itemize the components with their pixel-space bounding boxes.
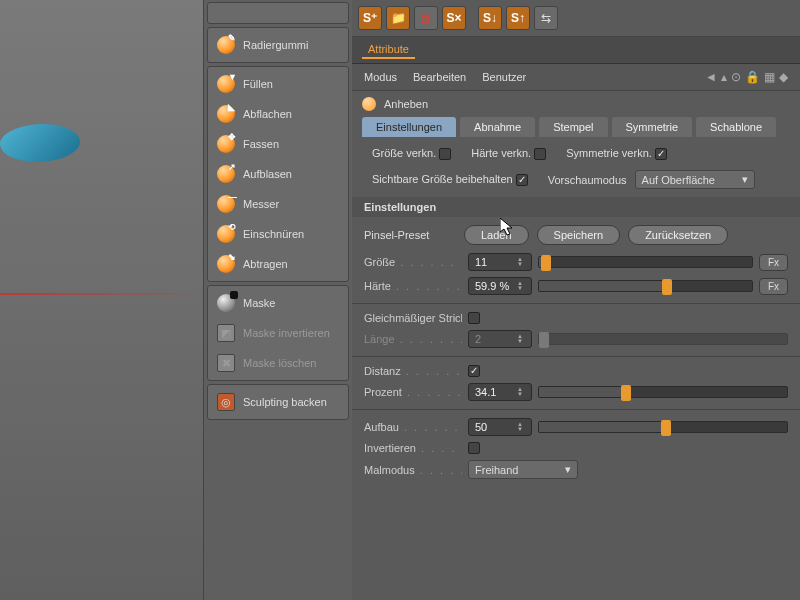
- input-aufbau[interactable]: 50▲▼: [468, 418, 532, 436]
- tool-label: Messer: [243, 198, 279, 210]
- row-distanz: Distanz . . . . . . . .: [364, 365, 788, 377]
- tool-einschnueren[interactable]: ⟲Einschnüren: [211, 220, 345, 248]
- tool-label: Maske invertieren: [243, 327, 330, 339]
- value-laenge: 2: [475, 333, 481, 345]
- tool-aufblasen[interactable]: ↗Aufblasen: [211, 160, 345, 188]
- tab-symmetrie[interactable]: Symmetrie: [612, 117, 693, 137]
- row-laenge: Länge . . . . . . . . . . 2▲▼: [364, 330, 788, 348]
- tool-group-mask: Maske ◩Maske invertieren ✖Maske löschen: [207, 285, 349, 381]
- row-invertieren: Invertieren . . . . . .: [364, 442, 788, 454]
- toolbar-btn-sx[interactable]: S×: [442, 6, 466, 30]
- check-invertieren[interactable]: [468, 442, 480, 454]
- menu-bearbeiten[interactable]: Bearbeiten: [413, 71, 466, 83]
- label-vorschaumodus: Vorschaumodus: [548, 174, 627, 186]
- tool-fassen[interactable]: ✥Fassen: [211, 130, 345, 158]
- spin-down-icon[interactable]: ▼: [517, 262, 525, 267]
- dropdown-vorschaumodus[interactable]: Auf Oberfläche▾: [635, 170, 755, 189]
- tool-group-bake: ◎Sculpting backen: [207, 384, 349, 420]
- toolbar-btn-trash[interactable]: 🗑: [414, 6, 438, 30]
- zuruecksetzen-button[interactable]: Zurücksetzen: [628, 225, 728, 245]
- lock-icon[interactable]: 🔒: [745, 70, 760, 84]
- label-distanz: Distanz: [364, 365, 401, 377]
- input-haerte[interactable]: 59.9 %▲▼: [468, 277, 532, 295]
- tab-abnahme[interactable]: Abnahme: [460, 117, 535, 137]
- tool-sculpting-backen[interactable]: ◎Sculpting backen: [211, 388, 345, 416]
- menu-modus[interactable]: Modus: [364, 71, 397, 83]
- toolbar-btn-s2[interactable]: S↑: [506, 6, 530, 30]
- value-haerte: 59.9 %: [475, 280, 509, 292]
- attribute-tab[interactable]: Attribute: [362, 41, 415, 59]
- tool-abflachen[interactable]: ◣Abflachen: [211, 100, 345, 128]
- check-haerte-verkn[interactable]: [534, 148, 546, 160]
- tool-maske-invertieren[interactable]: ◩Maske invertieren: [211, 319, 345, 347]
- label-prozent: Prozent: [364, 386, 402, 398]
- check-even[interactable]: [468, 312, 480, 324]
- attribute-menu: Modus Bearbeiten Benutzer ◄ ▴ ⊙ 🔒 ▦ ◆: [352, 64, 800, 91]
- check-groesse-verkn[interactable]: [439, 148, 451, 160]
- dropdown-malmodus[interactable]: Freihand▾: [468, 460, 578, 479]
- label-malmodus: Malmodus: [364, 464, 415, 476]
- spin-down-icon[interactable]: ▼: [517, 427, 525, 432]
- link-row: Größe verkn. Härte verkn. Symmetrie verk…: [364, 145, 788, 162]
- tool-radiergummi[interactable]: ✎ Radiergummi: [211, 31, 345, 59]
- tool-maske[interactable]: Maske: [211, 289, 345, 317]
- label-haerte: Härte: [364, 280, 391, 292]
- label-groesse: Größe: [364, 256, 395, 268]
- toolbar-btn-1[interactable]: S⁺: [358, 6, 382, 30]
- tool-label: Maske löschen: [243, 357, 316, 369]
- tool-header: Anheben: [352, 91, 800, 117]
- tool-group-top: [207, 2, 349, 24]
- spin-down-icon[interactable]: ▼: [517, 392, 525, 397]
- tool-panel: ✎ Radiergummi ▼Füllen ◣Abflachen ✥Fassen…: [204, 0, 352, 600]
- check-sichtbare-groesse[interactable]: [516, 174, 528, 186]
- form-area: Größe verkn. Härte verkn. Symmetrie verk…: [352, 137, 800, 487]
- input-laenge: 2▲▼: [468, 330, 532, 348]
- tool-abtragen[interactable]: ⬊Abtragen: [211, 250, 345, 278]
- value-prozent: 34.1: [475, 386, 496, 398]
- label-sym-verkn: Symmetrie verkn.: [566, 147, 652, 159]
- tool-maske-loeschen[interactable]: ✖Maske löschen: [211, 349, 345, 377]
- gear-icon[interactable]: ◆: [779, 70, 788, 84]
- label-preset: Pinsel-Preset: [364, 229, 456, 241]
- label-sichtbare-groesse: Sichtbare Größe beibehalten: [372, 173, 513, 185]
- viewport-3d[interactable]: [0, 0, 204, 600]
- tool-label: Abtragen: [243, 258, 288, 270]
- slider-aufbau[interactable]: [538, 421, 788, 433]
- menu-benutzer[interactable]: Benutzer: [482, 71, 526, 83]
- tool-name: Anheben: [384, 98, 428, 110]
- label-invertieren: Invertieren: [364, 442, 416, 454]
- spin-down-icon[interactable]: ▼: [517, 286, 525, 291]
- tool-messer[interactable]: —Messer: [211, 190, 345, 218]
- tool-fuellen[interactable]: ▼Füllen: [211, 70, 345, 98]
- label-haerte-verkn: Härte verkn.: [471, 147, 531, 159]
- clip-icon[interactable]: ▦: [764, 70, 775, 84]
- chevron-down-icon: ▾: [565, 463, 571, 476]
- pin-icon[interactable]: ⊙: [731, 70, 741, 84]
- row-haerte: Härte . . . . . . . . . . 59.9 %▲▼ Fx: [364, 277, 788, 295]
- toolbar-btn-swap[interactable]: ⇆: [534, 6, 558, 30]
- slider-groesse[interactable]: [538, 256, 753, 268]
- nav-back-icon[interactable]: ◄: [705, 70, 717, 84]
- fx-groesse[interactable]: Fx: [759, 254, 788, 271]
- chevron-down-icon: ▾: [742, 173, 748, 186]
- speichern-button[interactable]: Speichern: [537, 225, 621, 245]
- toolbar-btn-s1[interactable]: S↓: [478, 6, 502, 30]
- tool-label: Abflachen: [243, 108, 292, 120]
- tool-label: Fassen: [243, 138, 279, 150]
- value-aufbau: 50: [475, 421, 487, 433]
- slider-prozent[interactable]: [538, 386, 788, 398]
- laden-button[interactable]: Laden: [464, 225, 529, 245]
- row-even: Gleichmäßiger Strich: [364, 312, 788, 324]
- input-prozent[interactable]: 34.1▲▼: [468, 383, 532, 401]
- toolbar-btn-folder[interactable]: 📁: [386, 6, 410, 30]
- nav-up-icon[interactable]: ▴: [721, 70, 727, 84]
- check-sym-verkn[interactable]: [655, 148, 667, 160]
- tab-einstellungen[interactable]: Einstellungen: [362, 117, 456, 137]
- tab-schablone[interactable]: Schablone: [696, 117, 776, 137]
- slider-haerte[interactable]: [538, 280, 753, 292]
- input-groesse[interactable]: 11▲▼: [468, 253, 532, 271]
- fx-haerte[interactable]: Fx: [759, 278, 788, 295]
- check-distanz[interactable]: [468, 365, 480, 377]
- tab-stempel[interactable]: Stempel: [539, 117, 607, 137]
- row-aufbau: Aufbau . . . . . . . . . 50▲▼: [364, 418, 788, 436]
